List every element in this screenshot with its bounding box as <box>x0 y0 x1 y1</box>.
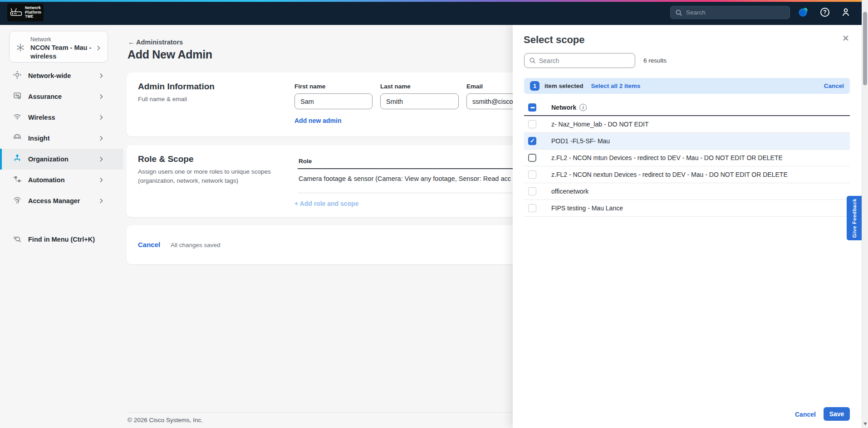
user-account-icon[interactable] <box>841 7 851 17</box>
scrollbar-down-arrow-icon[interactable] <box>863 423 867 425</box>
info-icon[interactable]: i <box>579 104 587 111</box>
sidebar-item[interactable]: Automation <box>0 170 123 190</box>
access-manager-icon <box>13 195 22 206</box>
search-icon <box>529 57 536 64</box>
selection-bar: 1 item selected Select all 2 items Cance… <box>524 78 850 94</box>
chevron-right-icon <box>95 45 102 51</box>
page-title: Add New Admin <box>128 48 212 61</box>
assurance-icon <box>13 91 22 102</box>
organization-icon <box>13 154 22 165</box>
scope-search-input[interactable] <box>539 57 625 64</box>
scrollbar-thumb[interactable] <box>863 12 867 85</box>
sidebar-item[interactable]: Access Manager <box>0 190 123 211</box>
panel-cancel-button[interactable]: Cancel <box>795 411 816 418</box>
sidebar-item[interactable]: Insight <box>0 128 123 149</box>
sidebar-item-label: Automation <box>28 176 65 184</box>
chevron-right-icon <box>98 93 104 100</box>
network-group-header: Network i <box>524 100 850 115</box>
chevron-right-icon <box>98 114 104 121</box>
scope-row[interactable]: z- Naz_Home_lab - DO NOT EDIT <box>524 116 850 133</box>
app-logo[interactable]: Network Platform TME <box>7 4 44 21</box>
network-card-name: NCON Team - Mau - wireless <box>30 44 94 61</box>
router-logo-icon <box>10 7 23 18</box>
find-in-menu-button[interactable]: Find in Menu (Ctrl+K) <box>0 229 123 250</box>
selected-count-badge: 1 <box>530 81 539 91</box>
scope-row[interactable]: officenetwork <box>524 183 850 200</box>
scope-row-label: POD1 -FL5-SF- Mau <box>551 137 610 145</box>
sidebar-item[interactable]: Organization <box>0 149 123 170</box>
help-icon[interactable]: ? <box>820 7 830 17</box>
last-name-label: Last name <box>380 83 459 90</box>
select-scope-panel: Select scope ✕ 6 results 1 item selected… <box>513 25 868 428</box>
automation-icon <box>13 175 22 185</box>
network-graph-icon <box>16 43 25 52</box>
topbar: Network Platform TME Search ? <box>0 0 868 25</box>
scope-checkbox[interactable] <box>528 154 536 162</box>
network-card-eyebrow: Network <box>30 36 51 43</box>
chevron-right-icon <box>98 177 104 183</box>
panel-title: Select scope <box>524 34 585 46</box>
copyright-text: © 2026 Cisco Systems, Inc. <box>128 417 203 423</box>
sidebar-item-label: Assurance <box>28 93 62 100</box>
chevron-right-icon <box>98 135 104 141</box>
chevron-right-icon <box>98 156 104 162</box>
global-search-placeholder: Search <box>686 9 706 16</box>
scope-row-label: z.FL2 - NCON nextun Devices - redirect t… <box>551 171 788 178</box>
find-in-menu-label: Find in Menu (Ctrl+K) <box>28 236 95 243</box>
scope-row-label: z.FL2 - NCON mtun Devices - redirect to … <box>551 154 783 161</box>
give-feedback-tab[interactable]: Give Feedback <box>847 196 862 240</box>
scope-checkbox[interactable] <box>528 204 536 212</box>
scope-row[interactable]: z.FL2 - NCON nextun Devices - redirect t… <box>524 166 850 183</box>
scope-row[interactable]: POD1 -FL5-SF- Mau <box>524 133 850 150</box>
scope-row[interactable]: z.FL2 - NCON mtun Devices - redirect to … <box>524 150 850 166</box>
scope-checkbox[interactable] <box>528 120 536 128</box>
scope-row-label: z- Naz_Home_lab - DO NOT EDIT <box>551 121 648 128</box>
scope-row[interactable]: FIPS testing - Mau Lance <box>524 200 850 217</box>
global-search-input[interactable]: Search <box>670 6 790 19</box>
brand-gradient-bar <box>0 0 868 2</box>
sidebar-item-label: Access Manager <box>28 197 80 204</box>
back-arrow-icon: ← <box>128 39 135 46</box>
breadcrumb-back-link[interactable]: ← Administrators <box>128 39 183 46</box>
selection-cancel-link[interactable]: Cancel <box>824 83 844 89</box>
select-all-link[interactable]: Select all 2 items <box>591 83 641 89</box>
close-icon[interactable]: ✕ <box>842 33 849 44</box>
sidebar-item[interactable]: Wireless <box>0 107 123 128</box>
last-name-field: Last name <box>380 83 459 109</box>
scope-search-box <box>524 53 635 68</box>
selected-count-label: item selected <box>544 83 584 89</box>
sidebar-item-label: Network-wide <box>28 72 71 79</box>
scope-list: z- Naz_Home_lab - DO NOT EDIT POD1 -FL5-… <box>524 116 850 217</box>
sidebar-nav: Network-wide Assurance Wireless <box>0 65 123 211</box>
results-count: 6 results <box>643 57 667 64</box>
find-in-menu-icon <box>13 235 22 244</box>
admin-info-subtitle: Full name & email <box>138 95 187 104</box>
insight-icon <box>13 133 22 144</box>
search-icon <box>675 9 682 16</box>
sidebar-item-label: Insight <box>28 135 50 142</box>
logo-text: Network Platform TME <box>25 6 41 19</box>
network-selector-card[interactable]: Network NCON Team - Mau - wireless <box>9 31 108 63</box>
role-column-header: Role <box>299 158 312 165</box>
scope-checkbox[interactable] <box>528 170 536 179</box>
sidebar-item[interactable]: Network-wide <box>0 65 123 86</box>
scope-checkbox[interactable] <box>528 137 536 145</box>
first-name-label: First name <box>294 83 373 90</box>
chevron-right-icon <box>98 73 104 79</box>
form-cancel-link[interactable]: Cancel <box>138 241 160 248</box>
page-scrollbar[interactable] <box>862 0 868 428</box>
webex-app-icon[interactable] <box>798 7 808 17</box>
select-all-checkbox[interactable] <box>528 103 536 112</box>
scope-row-label: FIPS testing - Mau Lance <box>551 204 623 212</box>
save-button[interactable]: Save <box>824 407 850 421</box>
first-name-input[interactable] <box>294 93 373 109</box>
sidebar-item[interactable]: Assurance <box>0 86 123 107</box>
footer-divider <box>127 412 513 413</box>
network-wide-icon <box>13 70 22 81</box>
first-name-field: First name <box>294 83 373 109</box>
group-header-label: Network <box>551 104 576 111</box>
add-role-and-scope-link[interactable]: + Add role and scope <box>294 200 358 207</box>
add-new-admin-link[interactable]: Add new admin <box>294 117 341 124</box>
scope-checkbox[interactable] <box>528 187 536 195</box>
last-name-input[interactable] <box>380 93 459 109</box>
